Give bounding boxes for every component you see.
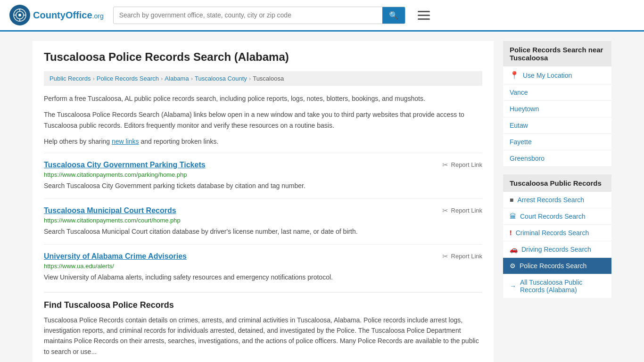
report-link-btn-1[interactable]: ✂ Report Link: [442, 161, 482, 169]
result-url-1: https://www.citationpayments.com/parking…: [44, 171, 482, 178]
find-desc: Tuscaloosa Police Records contain detail…: [44, 315, 482, 357]
breadcrumb-alabama[interactable]: Alabama: [165, 75, 189, 82]
desc-para-1: Perform a free Tuscaloosa, AL public pol…: [44, 93, 482, 104]
search-icon: 🔍: [389, 11, 398, 19]
sidebar-public-records-section: Tuscaloosa Public Records ■ Arrest Recor…: [503, 174, 611, 298]
police-records-icon: ⚙: [510, 262, 516, 270]
result-item-1: Tuscaloosa City Government Parking Ticke…: [44, 153, 482, 198]
sidebar-item-fayette[interactable]: Fayette: [503, 134, 611, 150]
report-link-btn-3[interactable]: ✂ Report Link: [442, 252, 482, 261]
hamburger-line-2: [418, 15, 430, 16]
sidebar-item-court-records[interactable]: 🏛 Court Records Search: [503, 208, 611, 225]
sidebar-item-greensboro[interactable]: Greensboro: [503, 150, 611, 167]
breadcrumb: Public Records › Police Records Search ›…: [44, 71, 482, 86]
report-icon-1: ✂: [442, 161, 448, 169]
result-title-2[interactable]: Tuscaloosa Municipal Court Records: [44, 206, 176, 215]
result-desc-3: View University of Alabama alerts, inclu…: [44, 272, 482, 282]
arrest-records-icon: ■: [510, 196, 513, 204]
criminal-records-icon: !: [510, 229, 512, 237]
report-link-btn-2[interactable]: ✂ Report Link: [442, 206, 482, 215]
hamburger-line-1: [418, 11, 430, 12]
logo-text: CountyOffice.org: [33, 10, 104, 21]
arrow-right-icon: →: [510, 282, 516, 290]
find-title: Find Tuscaloosa Police Records: [44, 300, 482, 310]
result-desc-1: Search Tuscaloosa City Government parkin…: [44, 181, 482, 191]
result-item-3: University of Alabama Crime Advisories ✂…: [44, 244, 482, 290]
result-url-3: https://www.ua.edu/alerts/: [44, 263, 482, 270]
sidebar-item-vance[interactable]: Vance: [503, 84, 611, 101]
hamburger-button[interactable]: [415, 8, 433, 23]
desc-para-3: Help others by sharing new links and rep…: [44, 136, 482, 147]
driving-records-icon: 🚗: [510, 246, 518, 253]
result-url-2: https://www.citationpayments.com/court/h…: [44, 217, 482, 224]
logo-icon: [9, 5, 30, 25]
court-records-icon: 🏛: [510, 213, 516, 220]
find-section: Find Tuscaloosa Police Records Tuscaloos…: [44, 292, 482, 357]
sidebar-item-hueytown[interactable]: Hueytown: [503, 101, 611, 117]
sidebar-use-location-label: Use My Location: [523, 72, 572, 79]
main-container: Tuscaloosa Police Records Search (Alabam…: [25, 32, 619, 362]
hamburger-line-3: [418, 18, 430, 20]
sidebar-all-records-link[interactable]: → All Tuscaloosa Public Records (Alabama…: [503, 274, 611, 298]
svg-point-2: [18, 14, 21, 16]
breadcrumb-police-records-search[interactable]: Police Records Search: [97, 75, 159, 82]
result-item-2: Tuscaloosa Municipal Court Records ✂ Rep…: [44, 198, 482, 244]
sidebar-nearby-section: Police Records Search near Tuscaloosa 📍 …: [503, 41, 611, 167]
search-button[interactable]: 🔍: [382, 7, 405, 24]
site-header: CountyOffice.org 🔍: [0, 0, 644, 32]
desc-para-2: The Tuscaloosa Police Records Search (Al…: [44, 109, 482, 131]
sidebar-item-criminal-records[interactable]: ! Criminal Records Search: [503, 225, 611, 241]
sidebar-item-arrest-records[interactable]: ■ Arrest Records Search: [503, 192, 611, 208]
sidebar-item-driving-records[interactable]: 🚗 Driving Records Search: [503, 241, 611, 258]
site-logo[interactable]: CountyOffice.org: [9, 5, 104, 25]
new-links-link[interactable]: new links: [112, 138, 139, 145]
report-icon-2: ✂: [442, 206, 448, 215]
result-desc-2: Search Tuscaloosa Municipal Court citati…: [44, 227, 482, 237]
sidebar-use-my-location[interactable]: 📍 Use My Location: [503, 66, 611, 84]
page-title: Tuscaloosa Police Records Search (Alabam…: [44, 50, 482, 64]
search-input[interactable]: [114, 8, 382, 23]
search-bar: 🔍: [113, 7, 405, 24]
breadcrumb-public-records[interactable]: Public Records: [50, 75, 91, 82]
sidebar-nearby-header: Police Records Search near Tuscaloosa: [503, 41, 611, 66]
content-area: Tuscaloosa Police Records Search (Alabam…: [33, 41, 494, 362]
report-icon-3: ✂: [442, 252, 448, 261]
breadcrumb-tuscaloosa-county[interactable]: Tuscaloosa County: [195, 75, 247, 82]
sidebar-item-police-records[interactable]: ⚙ Police Records Search: [503, 258, 611, 274]
sidebar-public-records-header: Tuscaloosa Public Records: [503, 174, 611, 192]
breadcrumb-tuscaloosa: Tuscaloosa: [253, 75, 284, 82]
result-title-1[interactable]: Tuscaloosa City Government Parking Ticke…: [44, 161, 206, 169]
sidebar-item-eutaw[interactable]: Eutaw: [503, 117, 611, 134]
result-title-3[interactable]: University of Alabama Crime Advisories: [44, 252, 187, 261]
location-pin-icon: 📍: [510, 71, 519, 80]
sidebar: Police Records Search near Tuscaloosa 📍 …: [503, 41, 611, 362]
